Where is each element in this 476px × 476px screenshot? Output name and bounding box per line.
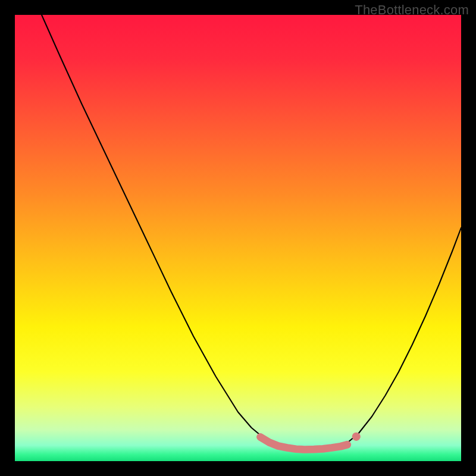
watermark-text: TheBottleneck.com [355, 2, 469, 18]
svg-rect-0 [15, 15, 461, 461]
chart-frame: TheBottleneck.com [0, 0, 476, 476]
plot-area [15, 15, 461, 461]
background-gradient [15, 15, 461, 461]
